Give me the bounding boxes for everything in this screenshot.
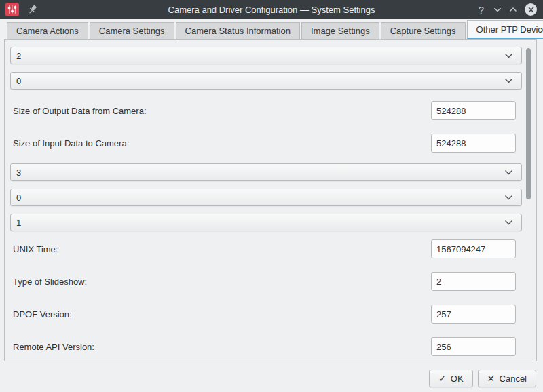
combo-box-3[interactable]: 3: [10, 163, 522, 181]
pin-icon[interactable]: [27, 4, 38, 15]
tab-other-ptp-device-properties[interactable]: Other PTP Device Properties: [467, 20, 543, 39]
check-icon: ✓: [438, 374, 446, 384]
field-row: Size of Output Data from Camera:: [13, 101, 516, 120]
app-icon[interactable]: [5, 3, 19, 16]
input-size-label: Size of Input Data to Camera:: [13, 138, 129, 149]
vertical-scrollbar[interactable]: [526, 48, 531, 199]
close-icon[interactable]: [525, 3, 537, 16]
dpof-version-label: DPOF Version:: [13, 309, 72, 319]
x-icon: ✕: [487, 374, 495, 384]
tab-capture-settings[interactable]: Capture Settings: [381, 22, 466, 39]
field-row: Type of Slideshow:: [13, 272, 516, 291]
chevron-down-icon: [504, 53, 513, 58]
cancel-button[interactable]: ✕ Cancel: [478, 370, 536, 387]
unix-time-field[interactable]: [431, 239, 516, 258]
minimize-icon[interactable]: [493, 7, 502, 12]
slideshow-type-field[interactable]: [431, 272, 516, 291]
output-size-field[interactable]: [431, 101, 516, 120]
field-row: Size of Input Data to Camera:: [13, 134, 516, 153]
remote-api-version-field[interactable]: [431, 337, 516, 356]
input-size-field[interactable]: [431, 134, 516, 153]
field-row: UNIX Time:: [13, 239, 516, 258]
combo-value: 0: [16, 193, 21, 203]
combo-box-4[interactable]: 0: [10, 189, 522, 206]
cancel-button-label: Cancel: [500, 374, 527, 384]
remote-api-version-label: Remote API Version:: [13, 342, 94, 352]
field-row: Remote API Version:: [13, 337, 516, 356]
dpof-version-field[interactable]: [431, 305, 516, 324]
slideshow-type-label: Type of Slideshow:: [13, 277, 87, 287]
combo-box-2[interactable]: 0: [10, 72, 522, 90]
chevron-down-icon: [504, 195, 513, 200]
output-size-label: Size of Output Data from Camera:: [13, 106, 147, 116]
field-row: DPOF Version:: [13, 305, 516, 324]
combo-value: 3: [16, 168, 21, 178]
maximize-icon[interactable]: [509, 7, 517, 12]
tab-bar: Camera Actions Camera Settings Camera St…: [0, 19, 543, 39]
help-icon[interactable]: ?: [476, 5, 486, 15]
content-frame: 2 0 Size of Output Data from Camera: Siz…: [4, 39, 537, 361]
tab-camera-actions[interactable]: Camera Actions: [7, 22, 88, 39]
ok-button[interactable]: ✓ OK: [429, 370, 473, 387]
chevron-down-icon: [504, 78, 513, 83]
chevron-down-icon: [504, 220, 513, 225]
titlebar[interactable]: Camera and Driver Configuration — System…: [0, 0, 543, 19]
combo-value: 2: [16, 51, 21, 61]
ok-button-label: OK: [451, 374, 464, 384]
unix-time-label: UNIX Time:: [13, 244, 58, 254]
combo-value: 1: [16, 218, 21, 228]
window-title: Camera and Driver Configuration — System…: [0, 5, 543, 15]
combo-value: 0: [16, 76, 21, 86]
tab-image-settings[interactable]: Image Settings: [301, 22, 379, 39]
combo-box-1[interactable]: 2: [10, 47, 522, 64]
tab-camera-status-information[interactable]: Camera Status Information: [176, 22, 300, 39]
tab-camera-settings[interactable]: Camera Settings: [90, 22, 174, 39]
combo-box-5[interactable]: 1: [10, 214, 522, 231]
dialog-button-row: ✓ OK ✕ Cancel: [429, 370, 536, 387]
chevron-down-icon: [504, 170, 513, 175]
